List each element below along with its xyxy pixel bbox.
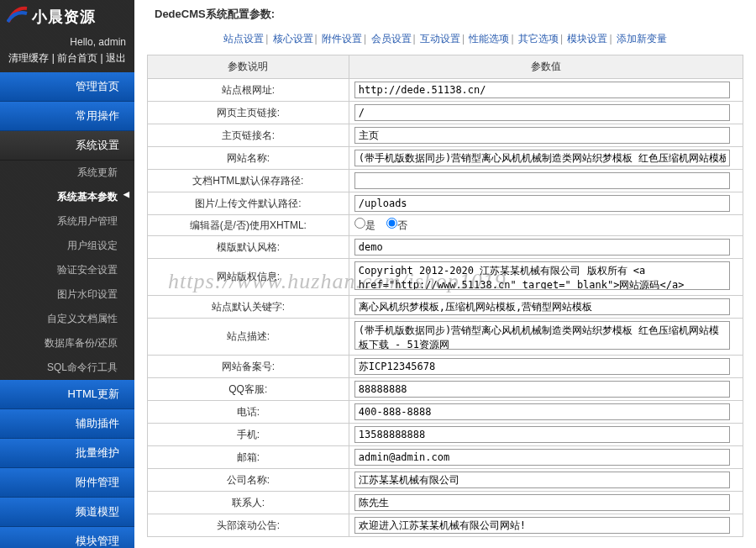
- tab-perf[interactable]: 性能选项: [469, 33, 509, 45]
- input-mobile[interactable]: [354, 426, 730, 443]
- tab-addvar[interactable]: 添加新变量: [617, 33, 667, 45]
- th-val: 参数值: [349, 55, 743, 79]
- top-links: 清理缓存 | 前台首页 | 退出: [0, 50, 134, 72]
- label-company: 公司名称:: [147, 469, 349, 492]
- nav-common[interactable]: 常用操作: [0, 102, 134, 131]
- label-keywords: 站点默认关键字:: [147, 296, 349, 319]
- sub-security[interactable]: 验证安全设置: [0, 258, 134, 282]
- main-content: DedeCMS系统配置参数: 站点设置| 核心设置| 附件设置| 会员设置| 互…: [134, 0, 756, 548]
- input-beian[interactable]: [354, 358, 730, 375]
- label-tel: 电话:: [147, 401, 349, 424]
- th-desc: 参数说明: [147, 55, 349, 79]
- nav-plugin[interactable]: 辅助插件: [0, 409, 134, 439]
- radio-xhtml-yes-label[interactable]: 是: [354, 219, 375, 231]
- label-uploadpath: 图片/上传文件默认路径:: [147, 192, 349, 215]
- sub-system-basic[interactable]: 系统基本参数: [0, 185, 134, 209]
- clear-cache-link[interactable]: 清理缓存: [8, 52, 49, 64]
- input-company[interactable]: [354, 472, 730, 488]
- input-indexlink[interactable]: [354, 104, 730, 121]
- config-table: 参数说明 参数值 站点根网址: 网页主页链接: 主页链接名: 网站名称: 文档H…: [147, 55, 743, 537]
- label-scroll: 头部滚动公告:: [147, 514, 349, 537]
- radio-xhtml-yes[interactable]: [354, 218, 365, 229]
- label-contact: 联系人:: [147, 492, 349, 514]
- label-description: 站点描述:: [147, 319, 349, 356]
- sub-system-update[interactable]: 系统更新: [0, 161, 134, 185]
- logout-link[interactable]: 退出: [106, 52, 126, 64]
- tab-member[interactable]: 会员设置: [371, 33, 412, 45]
- tab-interact[interactable]: 互动设置: [420, 33, 460, 45]
- nav-home[interactable]: 管理首页: [0, 72, 134, 102]
- input-tplstyle[interactable]: [354, 239, 730, 256]
- input-indexname[interactable]: [354, 127, 730, 144]
- radio-xhtml-no[interactable]: [386, 218, 397, 229]
- label-mobile: 手机:: [147, 424, 349, 446]
- label-beian: 网站备案号:: [147, 356, 349, 378]
- input-sitename[interactable]: [354, 150, 730, 166]
- nav-system-settings[interactable]: 系统设置: [0, 131, 134, 161]
- tab-attach[interactable]: 附件设置: [322, 33, 362, 45]
- input-qq[interactable]: [354, 381, 730, 398]
- input-htmlpath[interactable]: [354, 172, 730, 189]
- nav-module[interactable]: 模块管理: [0, 527, 134, 548]
- label-tplstyle: 模版默认风格:: [147, 236, 349, 259]
- logo-text: 小晨资源: [32, 7, 96, 27]
- input-keywords[interactable]: [354, 298, 730, 315]
- logo: 小晨资源: [0, 0, 134, 33]
- textarea-description[interactable]: [354, 321, 730, 350]
- nav-channel[interactable]: 频道模型: [0, 498, 134, 527]
- config-tabs: 站点设置| 核心设置| 附件设置| 会员设置| 互动设置| 性能选项| 其它选项…: [134, 27, 756, 55]
- label-sitename: 网站名称:: [147, 147, 349, 170]
- radio-xhtml-no-label[interactable]: 否: [386, 219, 407, 231]
- input-uploadpath[interactable]: [354, 195, 730, 212]
- nav-batch[interactable]: 批量维护: [0, 439, 134, 468]
- input-tel[interactable]: [354, 403, 730, 420]
- label-xhtml: 编辑器(是/否)使用XHTML:: [147, 215, 349, 236]
- textarea-copyright[interactable]: [354, 261, 730, 290]
- label-indexname: 主页链接名:: [147, 124, 349, 147]
- greeting: Hello, admin: [0, 33, 134, 50]
- sub-watermark[interactable]: 图片水印设置: [0, 282, 134, 307]
- input-email[interactable]: [354, 449, 730, 466]
- sub-user-group[interactable]: 用户组设定: [0, 234, 134, 258]
- label-baseurl: 站点根网址:: [147, 79, 349, 102]
- page-title: DedeCMS系统配置参数:: [134, 0, 756, 27]
- label-qq: QQ客服:: [147, 378, 349, 401]
- sub-backup[interactable]: 数据库备份/还原: [0, 331, 134, 356]
- sub-docattr[interactable]: 自定义文档属性: [0, 307, 134, 331]
- input-contact[interactable]: [354, 494, 730, 511]
- input-baseurl[interactable]: [354, 82, 730, 98]
- label-email: 邮箱:: [147, 446, 349, 469]
- frontend-link[interactable]: 前台首页: [57, 52, 97, 64]
- nav-html-update[interactable]: HTML更新: [0, 380, 134, 409]
- logo-icon: [7, 5, 29, 28]
- input-scroll[interactable]: [354, 517, 730, 534]
- sub-sql[interactable]: SQL命令行工具: [0, 356, 134, 380]
- label-htmlpath: 文档HTML默认保存路径:: [147, 170, 349, 192]
- label-copyright: 网站版权信息:: [147, 259, 349, 296]
- nav-attach[interactable]: 附件管理: [0, 468, 134, 498]
- sidebar: 小晨资源 Hello, admin 清理缓存 | 前台首页 | 退出 管理首页 …: [0, 0, 134, 548]
- tab-core[interactable]: 核心设置: [273, 33, 313, 45]
- tab-module[interactable]: 模块设置: [567, 33, 607, 45]
- tab-other[interactable]: 其它选项: [518, 33, 559, 45]
- label-indexlink: 网页主页链接:: [147, 102, 349, 124]
- sub-system-user[interactable]: 系统用户管理: [0, 209, 134, 234]
- tab-site[interactable]: 站点设置: [223, 33, 264, 45]
